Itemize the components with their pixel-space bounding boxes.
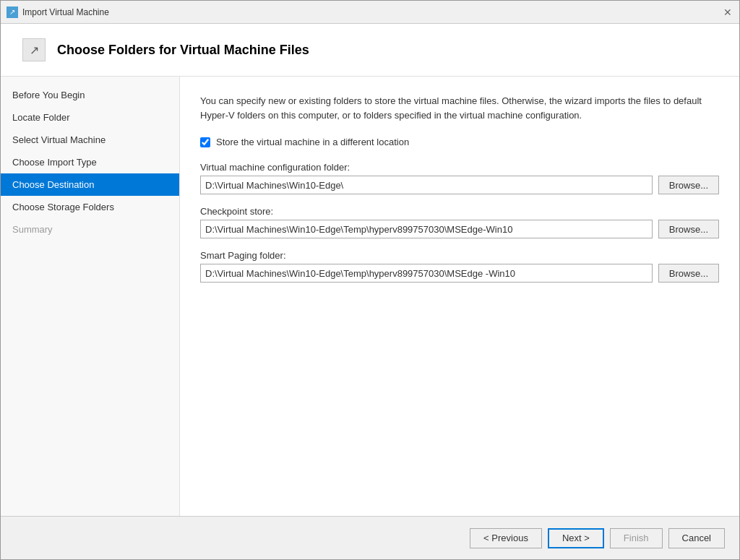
- store-different-location-row: Store the virtual machine in a different…: [200, 137, 719, 147]
- footer: < Previous Next > Finish Cancel: [1, 516, 739, 559]
- vm-config-folder-label: Virtual machine configuration folder:: [200, 162, 719, 173]
- sidebar-item-choose-storage-folders[interactable]: Choose Storage Folders: [1, 196, 179, 218]
- checkpoint-store-group: Checkpoint store: Browse...: [200, 206, 719, 238]
- store-different-location-label[interactable]: Store the virtual machine in a different…: [216, 137, 409, 147]
- title-bar: ↗ Import Virtual Machine ✕: [1, 1, 739, 24]
- sidebar-item-locate-folder[interactable]: Locate Folder: [1, 106, 179, 129]
- checkpoint-store-row: Browse...: [200, 220, 719, 238]
- sidebar: Before You Begin Locate Folder Select Vi…: [1, 77, 180, 516]
- header-icon: ↗: [22, 38, 46, 61]
- window-title: Import Virtual Machine: [22, 7, 109, 17]
- header-section: ↗ Choose Folders for Virtual Machine Fil…: [1, 24, 739, 77]
- smart-paging-folder-row: Browse...: [200, 264, 719, 283]
- sidebar-item-before-you-begin[interactable]: Before You Begin: [1, 84, 179, 106]
- store-different-location-checkbox[interactable]: [200, 137, 210, 147]
- sidebar-item-select-virtual-machine[interactable]: Select Virtual Machine: [1, 129, 179, 151]
- checkpoint-store-browse-button[interactable]: Browse...: [658, 220, 719, 238]
- checkpoint-store-label: Checkpoint store:: [200, 206, 719, 217]
- vm-config-folder-browse-button[interactable]: Browse...: [658, 176, 719, 194]
- description-text: You can specify new or existing folders …: [200, 94, 719, 122]
- smart-paging-folder-input[interactable]: [200, 264, 653, 283]
- page-title: Choose Folders for Virtual Machine Files: [57, 43, 309, 58]
- checkpoint-store-input[interactable]: [200, 220, 653, 238]
- vm-config-folder-row: Browse...: [200, 176, 719, 194]
- cancel-button[interactable]: Cancel: [668, 528, 725, 548]
- close-button[interactable]: ✕: [722, 7, 733, 18]
- previous-button[interactable]: < Previous: [470, 528, 542, 548]
- content-area: Before You Begin Locate Folder Select Vi…: [1, 77, 739, 516]
- smart-paging-folder-browse-button[interactable]: Browse...: [658, 264, 719, 283]
- vm-config-folder-group: Virtual machine configuration folder: Br…: [200, 162, 719, 194]
- smart-paging-folder-group: Smart Paging folder: Browse...: [200, 250, 719, 283]
- sidebar-item-choose-import-type[interactable]: Choose Import Type: [1, 151, 179, 173]
- sidebar-item-choose-destination[interactable]: Choose Destination: [1, 173, 179, 196]
- window: ↗ Import Virtual Machine ✕ ↗ Choose Fold…: [0, 0, 740, 560]
- main-panel: You can specify new or existing folders …: [180, 77, 739, 516]
- next-button[interactable]: Next >: [548, 528, 604, 548]
- vm-config-folder-input[interactable]: [200, 176, 653, 194]
- title-bar-left: ↗ Import Virtual Machine: [7, 7, 109, 18]
- sidebar-item-summary: Summary: [1, 218, 179, 241]
- smart-paging-folder-label: Smart Paging folder:: [200, 250, 719, 261]
- finish-button[interactable]: Finish: [610, 528, 663, 548]
- window-icon: ↗: [7, 7, 18, 18]
